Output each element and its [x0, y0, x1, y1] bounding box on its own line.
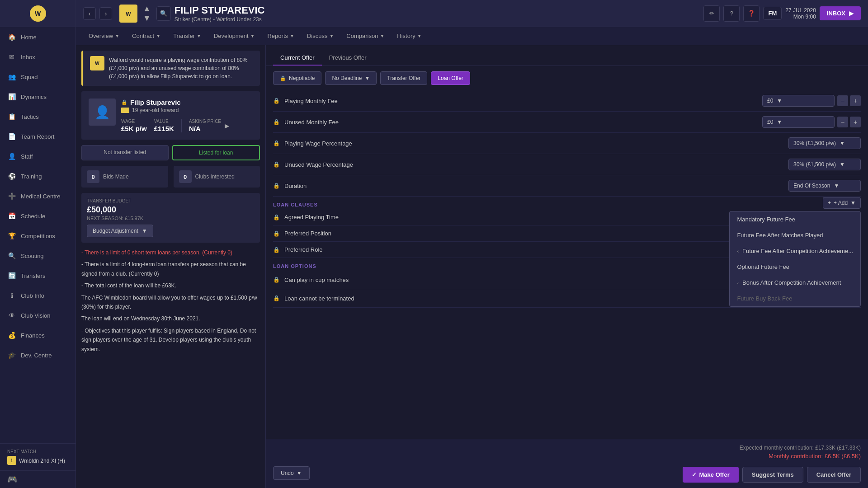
chevron-icon: ▼ [329, 33, 334, 38]
help-icon-btn[interactable]: ❓ [743, 5, 760, 22]
unused-wage-pct-dropdown[interactable]: 30% (£1,500 p/w) ▼ [788, 159, 861, 170]
bonus-competition-item[interactable]: ‹ Bonus After Competition Achievement [730, 275, 860, 291]
suggest-terms-button[interactable]: Suggest Terms [742, 467, 803, 483]
subnav: Overview ▼ Contract ▼ Transfer ▼ Develop… [76, 27, 868, 45]
sidebar-item-staff[interactable]: 👤 Staff [0, 146, 75, 166]
sidebar-item-finances[interactable]: 💰 Finances [0, 325, 75, 345]
subnav-history[interactable]: History ▼ [392, 30, 427, 42]
playing-monthly-fee-stepper: − + [837, 95, 861, 106]
negotiable-btn[interactable]: 🔒 Negotiable [273, 71, 321, 85]
tab-current-offer[interactable]: Current Offer [273, 51, 322, 66]
sidebar-item-medical[interactable]: ➕ Medical Centre [0, 186, 75, 206]
future-fee-matches-item[interactable]: Future Fee After Matches Played [730, 227, 860, 243]
menu-item-label: Future Buy Back Fee [737, 295, 792, 302]
sidebar-club-vision-label: Club Vision [21, 312, 51, 319]
future-fee-competition-item[interactable]: ‹ Future Fee After Competition Achieveme… [730, 243, 860, 259]
asking-price-nav[interactable]: ▶ [225, 122, 229, 129]
time: Mon 9:00 [785, 14, 816, 20]
mandatory-future-fee-item[interactable]: Mandatory Future Fee [730, 211, 860, 227]
not-transfer-listed-btn[interactable]: Not transfer listed [81, 145, 169, 160]
undo-button[interactable]: Undo ▼ [273, 466, 310, 480]
duration-row: 🔒 Duration End Of Season ▼ [273, 175, 861, 197]
finances-icon: 💰 [7, 331, 16, 340]
subnav-discuss[interactable]: Discuss ▼ [302, 30, 339, 42]
sidebar-item-dev-centre[interactable]: 🎓 Dev. Centre [0, 345, 75, 365]
sidebar-item-competitions[interactable]: 🏆 Competitions [0, 226, 75, 246]
next-match-name: Wmbldn 2nd XI (H) [19, 458, 65, 464]
tab-previous-offer[interactable]: Previous Offer [322, 51, 374, 66]
increment-btn[interactable]: + [850, 117, 861, 127]
subnav-development[interactable]: Development ▼ [208, 30, 260, 42]
competitions-icon: 🏆 [7, 231, 16, 240]
unused-monthly-fee-label: Unused Monthly Fee [284, 119, 762, 126]
budget-section: TRANSFER BUDGET £50,000 NEXT SEASON: £15… [81, 193, 260, 243]
cancel-offer-button[interactable]: Cancel Offer [807, 467, 861, 483]
sidebar-dev-centre-label: Dev. Centre [21, 352, 52, 359]
playing-monthly-fee-label: Playing Monthly Fee [284, 98, 762, 104]
no-deadline-btn[interactable]: No Deadline ▼ [325, 71, 377, 85]
dropdown-arrows[interactable]: ▲▼ [143, 4, 151, 23]
next-match-label: NEXT MATCH [7, 449, 68, 454]
clubs-interested-num: 0 [179, 170, 192, 183]
sidebar-schedule-label: Schedule [21, 213, 45, 220]
subnav-comparison[interactable]: Comparison ▼ [341, 30, 390, 42]
transfers-icon: 🔄 [7, 271, 16, 280]
add-clause-dropdown: Mandatory Future Fee Future Fee After Ma… [729, 211, 861, 307]
lock-icon: 🔒 [273, 214, 280, 221]
sidebar-item-home[interactable]: 🏠 Home [0, 27, 75, 47]
player-info: 🔒 Filip Stuparevic 19 year-old forward W… [121, 99, 253, 132]
sidebar-item-club-info[interactable]: ℹ Club Info [0, 286, 75, 305]
forward-button[interactable]: › [99, 7, 112, 20]
value-stat: VALUE £115K [154, 119, 174, 132]
subnav-contract[interactable]: Contract ▼ [127, 30, 166, 42]
playing-monthly-fee-dropdown[interactable]: £0 ▼ [762, 95, 835, 107]
listed-for-loan-btn[interactable]: Listed for loan [172, 145, 260, 160]
increment-btn[interactable]: + [850, 95, 861, 106]
sidebar-item-tactics[interactable]: 📋 Tactics [0, 107, 75, 127]
budget-adjustment-btn[interactable]: Budget Adjustment ▼ [87, 225, 153, 237]
sidebar-item-squad[interactable]: 👥 Squad [0, 67, 75, 87]
inbox-label: INBOX [827, 10, 845, 17]
search-button[interactable]: 🔍 [156, 6, 171, 21]
subnav-reports[interactable]: Reports ▼ [262, 30, 299, 42]
decrement-btn[interactable]: − [837, 117, 848, 127]
offer-bottom: Expected monthly contribution: £17.33K (… [266, 439, 868, 488]
dev-centre-icon: 🎓 [7, 351, 16, 360]
next-match: NEXT MATCH 1 Wmbldn 2nd XI (H) [0, 443, 75, 470]
club-badge: W [118, 3, 139, 24]
loan-offer-btn[interactable]: Loan Offer [431, 71, 470, 85]
staff-icon: 👤 [7, 152, 16, 161]
home-icon: 🏠 [7, 33, 16, 42]
duration-dropdown[interactable]: End Of Season ▼ [788, 180, 861, 192]
menu-item-label: Optional Future Fee [737, 263, 789, 270]
sidebar-item-dynamics[interactable]: 📊 Dynamics [0, 87, 75, 107]
make-offer-button[interactable]: ✓ Make Offer [683, 467, 739, 483]
help-button[interactable]: ? [723, 5, 740, 22]
transfer-offer-btn[interactable]: Transfer Offer [380, 71, 427, 85]
sidebar-item-team-report[interactable]: 📄 Team Report [0, 127, 75, 146]
subnav-overview[interactable]: Overview ▼ [83, 30, 125, 42]
playing-wage-pct-row: 🔒 Playing Wage Percentage 30% (£1,500 p/… [273, 133, 861, 154]
sidebar-item-training[interactable]: ⚽ Training [0, 166, 75, 186]
decrement-btn[interactable]: − [837, 95, 848, 106]
unused-monthly-fee-dropdown[interactable]: £0 ▼ [762, 116, 835, 128]
svg-text:W: W [126, 11, 131, 17]
sidebar-item-schedule[interactable]: 📅 Schedule [0, 206, 75, 226]
inbox-button[interactable]: INBOX ▶ [820, 6, 861, 20]
dropdown-chevron-icon: ▼ [840, 161, 845, 168]
back-button[interactable]: ‹ [83, 7, 96, 20]
plus-icon: + [828, 200, 831, 206]
playing-wage-pct-dropdown[interactable]: 30% (£1,500 p/w) ▼ [788, 137, 861, 149]
sidebar-item-scouting[interactable]: 🔍 Scouting [0, 246, 75, 266]
sidebar-item-club-vision[interactable]: 👁 Club Vision [0, 305, 75, 325]
subnav-transfer[interactable]: Transfer ▼ [168, 30, 207, 42]
sidebar-item-transfers[interactable]: 🔄 Transfers [0, 266, 75, 286]
sidebar-item-inbox[interactable]: ✉ Inbox [0, 47, 75, 67]
sidebar-transfers-label: Transfers [21, 272, 45, 279]
optional-future-fee-item[interactable]: Optional Future Fee [730, 259, 860, 275]
loan-clauses-header-row: LOAN CLAUSES + + Add ▼ Mandatory Future … [273, 197, 861, 209]
edit-button[interactable]: ✏ [703, 5, 720, 22]
transfer-status: Not transfer listed Listed for loan [81, 145, 260, 160]
add-clause-btn[interactable]: + + Add ▼ [823, 197, 861, 209]
expected-contribution: Expected monthly contribution: £17.33K (… [273, 445, 861, 451]
